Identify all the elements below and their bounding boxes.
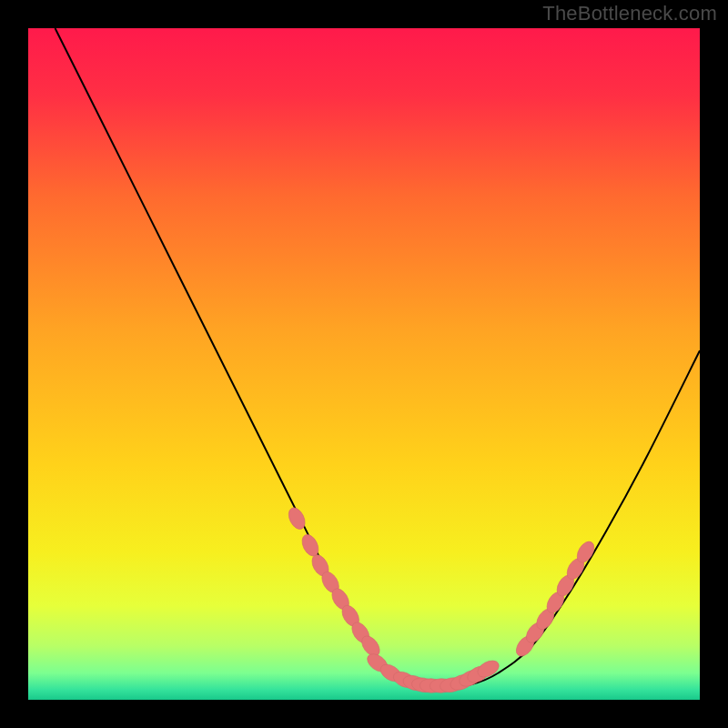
marker-cluster-right bbox=[512, 539, 597, 660]
marker-cluster-bottom bbox=[364, 651, 501, 694]
plot-area bbox=[28, 28, 700, 700]
bottleneck-curve bbox=[56, 28, 700, 686]
marker-cluster-left bbox=[286, 505, 383, 660]
curve-layer bbox=[28, 28, 700, 700]
watermark-text: TheBottleneck.com bbox=[542, 2, 717, 25]
chart-frame: TheBottleneck.com bbox=[0, 0, 728, 728]
